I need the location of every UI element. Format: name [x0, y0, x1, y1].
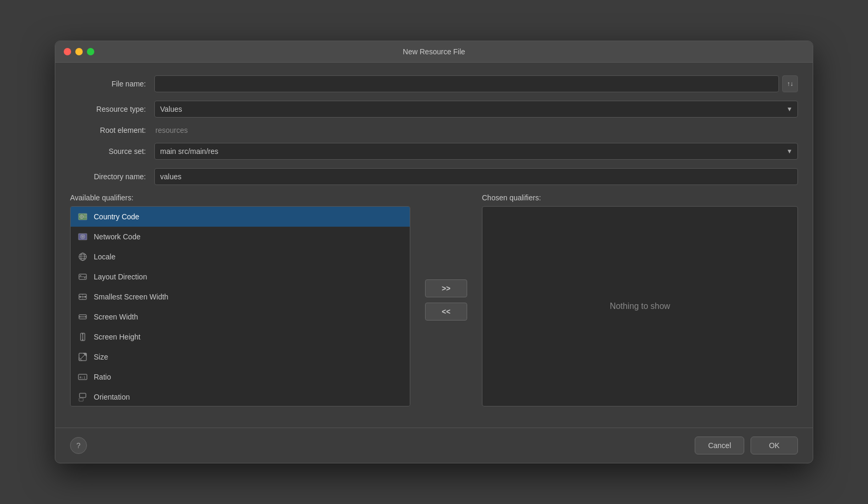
qualifier-item-size[interactable]: Size	[71, 347, 410, 367]
layout-direction-icon	[77, 271, 88, 283]
minimize-button[interactable]	[75, 48, 83, 55]
qualifier-item-ratio[interactable]: 4:1 Ratio	[71, 367, 410, 387]
source-set-row: Source set: main src/main/res test src/t…	[70, 143, 798, 160]
svg-rect-42	[79, 398, 83, 401]
smallest-screen-width-icon	[77, 291, 88, 303]
chosen-qualifiers-list: Nothing to show	[482, 206, 798, 406]
sort-button[interactable]: ↑↓	[782, 75, 798, 92]
screen-height-icon	[77, 331, 88, 343]
available-qualifiers-panel: Available qualifiers:	[70, 193, 410, 406]
source-set-label: Source set:	[70, 147, 154, 156]
help-button[interactable]: ?	[70, 437, 87, 454]
titlebar-buttons	[64, 48, 94, 55]
root-element-label: Root element:	[70, 126, 154, 134]
qualifier-item-locale[interactable]: Locale	[71, 247, 410, 267]
maximize-button[interactable]	[87, 48, 94, 55]
chosen-qualifiers-title: Chosen qualifiers:	[482, 193, 798, 202]
source-set-dropdown-wrapper: main src/main/res test src/test/res andr…	[154, 143, 798, 160]
qualifier-item-screen-width[interactable]: Screen Width	[71, 307, 410, 327]
qualifier-label-screen-height: Screen Height	[94, 333, 141, 341]
orientation-icon	[77, 391, 88, 403]
qualifier-item-country-code[interactable]: Country Code	[71, 207, 410, 227]
qualifier-label-size: Size	[94, 353, 108, 361]
file-name-input[interactable]	[154, 75, 779, 92]
qualifier-label-orientation: Orientation	[94, 393, 130, 401]
qualifiers-section: Available qualifiers:	[70, 193, 798, 406]
qualifier-label-country-code: Country Code	[94, 212, 139, 221]
nothing-to-show-label: Nothing to show	[610, 302, 670, 311]
close-button[interactable]	[64, 48, 71, 55]
dialog-title: New Resource File	[403, 47, 465, 56]
qualifier-label-ratio: Ratio	[94, 373, 111, 381]
resource-type-label: Resource type:	[70, 105, 154, 113]
directory-name-input[interactable]	[154, 168, 798, 185]
root-element-row: Root element: resources	[70, 126, 798, 134]
qualifier-label-locale: Locale	[94, 253, 115, 261]
qualifier-item-layout-direction[interactable]: Layout Direction	[71, 267, 410, 287]
qualifier-arrow-buttons: >> <<	[419, 193, 474, 406]
qualifier-item-orientation[interactable]: Orientation	[71, 387, 410, 406]
qualifier-label-screen-width: Screen Width	[94, 313, 138, 321]
network-code-icon	[77, 231, 88, 243]
chosen-qualifiers-panel: Chosen qualifiers: Nothing to show	[482, 193, 798, 406]
dialog: New Resource File File name: ↑↓ Resource…	[55, 41, 813, 463]
directory-name-label: Directory name:	[70, 172, 154, 181]
cancel-button[interactable]: Cancel	[695, 437, 744, 454]
qualifier-item-network-code[interactable]: Network Code	[71, 227, 410, 247]
source-set-select[interactable]: main src/main/res test src/test/res andr…	[154, 143, 798, 160]
screen-width-icon	[77, 311, 88, 323]
dialog-content: File name: ↑↓ Resource type: Values Layo…	[55, 63, 813, 419]
resource-type-dropdown-wrapper: Values Layout Drawable Menu Anim Color ▼	[154, 101, 798, 118]
qualifier-label-network-code: Network Code	[94, 232, 141, 241]
directory-name-row: Directory name:	[70, 168, 798, 185]
available-qualifiers-list: Country Code	[70, 206, 410, 406]
qualifier-item-screen-height[interactable]: Screen Height	[71, 327, 410, 347]
locale-icon	[77, 251, 88, 263]
ok-button[interactable]: OK	[751, 437, 798, 454]
root-element-value: resources	[154, 126, 188, 134]
country-code-icon	[77, 211, 88, 222]
svg-rect-41	[80, 393, 86, 398]
qualifier-item-smallest-screen-width[interactable]: Smallest Screen Width	[71, 287, 410, 307]
ratio-icon: 4:1	[77, 371, 88, 383]
qualifier-label-layout-direction: Layout Direction	[94, 273, 147, 281]
file-name-label: File name:	[70, 80, 154, 88]
file-name-input-group: ↑↓	[154, 75, 798, 92]
resource-type-row: Resource type: Values Layout Drawable Me…	[70, 101, 798, 118]
file-name-row: File name: ↑↓	[70, 75, 798, 92]
dialog-footer: ? Cancel OK	[55, 428, 813, 463]
svg-marker-21	[84, 277, 86, 278]
available-qualifiers-title: Available qualifiers:	[70, 193, 410, 202]
svg-marker-20	[80, 275, 81, 276]
add-qualifier-button[interactable]: >>	[425, 279, 467, 297]
size-icon	[77, 351, 88, 363]
resource-type-select[interactable]: Values Layout Drawable Menu Anim Color	[154, 101, 798, 118]
svg-text:4:1: 4:1	[80, 375, 85, 379]
remove-qualifier-button[interactable]: <<	[425, 303, 467, 321]
qualifier-label-smallest-screen-width: Smallest Screen Width	[94, 293, 169, 301]
title-bar: New Resource File	[55, 41, 813, 63]
